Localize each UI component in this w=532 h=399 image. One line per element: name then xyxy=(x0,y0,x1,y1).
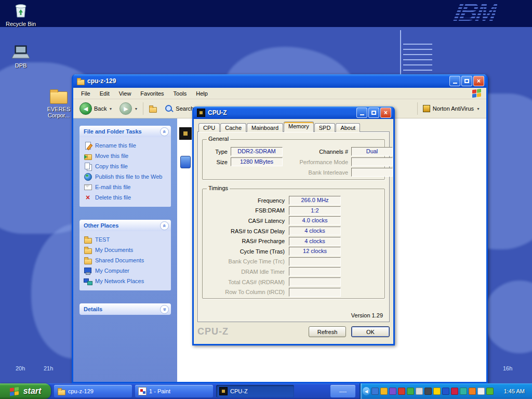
laptop-icon xyxy=(11,45,30,61)
tab-mainboard[interactable]: Mainboard xyxy=(247,123,283,132)
timezone-label: 21h xyxy=(44,365,53,371)
chip-icon xyxy=(197,109,205,117)
forward-dropdown-icon[interactable]: ▼ xyxy=(134,107,138,111)
norton-dropdown-icon[interactable]: ▼ xyxy=(476,107,480,111)
place-my-network[interactable]: My Network Places xyxy=(84,276,169,286)
place-test[interactable]: TEST xyxy=(84,234,169,245)
folder-icon xyxy=(76,77,85,85)
task-rename-file[interactable]: Rename this file xyxy=(84,140,169,151)
menu-bar: File Edit View Favorites Tools Help xyxy=(73,88,486,99)
type-label: Type xyxy=(207,149,228,155)
tray-icon-3[interactable] xyxy=(389,388,396,395)
bank-interleave-field xyxy=(351,168,393,177)
taskbar-clock[interactable]: 1:45 AM xyxy=(504,388,528,394)
desktop-icon-recycle-bin[interactable]: Recycle Bin xyxy=(1,1,41,27)
taskbar: start cpu-z-129 1 - Paint CPU-Z ---- ◀ xyxy=(0,383,532,399)
up-button[interactable] xyxy=(147,103,159,114)
taskbar-button-handle[interactable]: ---- xyxy=(330,385,355,397)
tab-cache[interactable]: Cache xyxy=(220,123,246,132)
task-move-file[interactable]: Move this file xyxy=(84,151,169,161)
performance-mode-field xyxy=(351,157,393,166)
ok-button[interactable]: OK xyxy=(351,326,390,337)
section-header-other-places[interactable]: Other Places « xyxy=(79,220,171,231)
maximize-button[interactable] xyxy=(368,108,379,118)
task-publish-file[interactable]: Publish this file to the Web xyxy=(84,171,169,182)
task-copy-file[interactable]: Copy this file xyxy=(84,161,169,171)
place-shared-documents[interactable]: Shared Documents xyxy=(84,255,169,265)
tray-icon-12[interactable] xyxy=(469,388,476,395)
cycle-time-field: 12 clocks xyxy=(289,247,341,256)
tray-icon-7[interactable] xyxy=(424,388,432,395)
cpuz-titlebar[interactable]: CPU-Z × xyxy=(194,107,393,119)
size-label: Size xyxy=(207,159,228,165)
menu-edit[interactable]: Edit xyxy=(95,89,114,98)
tab-about[interactable]: About xyxy=(336,123,360,132)
back-button[interactable]: ◀ Back ▼ xyxy=(77,101,114,116)
place-my-computer[interactable]: My Computer xyxy=(84,265,169,276)
hide-icons-chevron[interactable]: ◀ xyxy=(363,387,370,395)
tab-spd[interactable]: SPD xyxy=(314,123,336,132)
timezone-label: 16h xyxy=(503,365,512,371)
minimize-button[interactable] xyxy=(356,108,367,118)
cpu-z-file-icon[interactable] xyxy=(179,127,192,140)
explorer-titlebar[interactable]: cpu-z-129 × xyxy=(73,74,486,88)
task-email-file[interactable]: E-mail this file xyxy=(84,182,169,192)
close-button[interactable]: × xyxy=(380,108,391,118)
windows-flag-icon xyxy=(10,387,19,395)
cpuz-dialog: CPU-Z × CPU Cache Mainboard Memory SPD A… xyxy=(192,107,395,345)
place-my-documents[interactable]: My Documents xyxy=(84,245,169,255)
back-dropdown-icon[interactable]: ▼ xyxy=(109,107,112,111)
menu-view[interactable]: View xyxy=(114,89,136,98)
timing-row: RAS# to CAS# Delay 4 clocks xyxy=(206,226,381,236)
menu-tools[interactable]: Tools xyxy=(169,89,192,98)
chevron-down-icon[interactable]: « xyxy=(160,305,169,314)
menu-file[interactable]: File xyxy=(76,89,95,98)
cas-latency-field: 4.0 clocks xyxy=(289,216,341,225)
taskbar-button-cpuz[interactable]: CPU-Z xyxy=(216,385,294,397)
tray-icon-8[interactable] xyxy=(433,388,441,395)
refresh-button[interactable]: Refresh xyxy=(309,326,346,337)
desktop: IBM 20h 21h 15h 16h Recycle Bin DPB EVER… xyxy=(0,0,532,399)
file-icon[interactable] xyxy=(180,156,191,168)
timing-row: Bank Cycle Time (Trc) xyxy=(206,257,381,267)
memory-tab-page: General Type DDR2-SDRAM Channels # Dual … xyxy=(197,131,390,322)
menu-help[interactable]: Help xyxy=(191,89,212,98)
section-header-details[interactable]: Details « xyxy=(79,303,171,315)
ibm-logo: IBM xyxy=(451,0,499,26)
desktop-icon-dpb[interactable]: DPB xyxy=(1,45,41,69)
task-delete-file[interactable]: × Delete this file xyxy=(84,192,169,203)
tab-memory[interactable]: Memory xyxy=(284,122,314,132)
tray-icon-10[interactable] xyxy=(451,388,458,395)
close-button[interactable]: × xyxy=(473,76,484,86)
tray-icon-13[interactable] xyxy=(477,388,485,395)
folder-icon xyxy=(84,246,92,254)
channels-label: Channels # xyxy=(286,149,348,155)
chevron-up-icon[interactable]: « xyxy=(160,221,169,230)
minimize-button[interactable] xyxy=(449,76,460,86)
search-button[interactable]: Search xyxy=(162,103,196,114)
forward-button[interactable]: ▶ ▼ xyxy=(117,101,140,116)
tray-icon-4[interactable] xyxy=(398,388,405,395)
tray-icon-11[interactable] xyxy=(460,388,467,395)
norton-antivirus-button[interactable]: Norton AntiVirus ▼ xyxy=(421,104,482,113)
folder-icon xyxy=(57,387,65,395)
timezone-label: 20h xyxy=(16,365,25,371)
tray-icon-9[interactable] xyxy=(442,388,449,395)
start-button[interactable]: start xyxy=(0,383,51,399)
file-folder-tasks-section: File and Folder Tasks « Rename this file… xyxy=(79,126,171,207)
tray-icon-1[interactable] xyxy=(371,388,379,395)
tab-cpu[interactable]: CPU xyxy=(198,123,220,132)
chevron-up-icon[interactable]: « xyxy=(160,127,169,136)
paint-icon xyxy=(138,387,147,395)
timings-groupbox: Timings Frequency 266.0 MHz FSB:DRAM 1:2… xyxy=(202,189,385,299)
taskbar-button-paint[interactable]: 1 - Paint xyxy=(135,385,213,397)
tray-icon-5[interactable] xyxy=(407,388,414,395)
taskbar-button-explorer[interactable]: cpu-z-129 xyxy=(54,385,132,397)
section-header-file-folder-tasks[interactable]: File and Folder Tasks « xyxy=(79,126,171,137)
maximize-button[interactable] xyxy=(461,76,472,86)
tray-icon-14[interactable] xyxy=(486,388,494,395)
size-field: 1280 MBytes xyxy=(231,157,283,166)
tray-icon-6[interactable] xyxy=(416,388,423,395)
menu-favorites[interactable]: Favorites xyxy=(136,89,168,98)
tray-icon-2[interactable] xyxy=(380,388,388,395)
